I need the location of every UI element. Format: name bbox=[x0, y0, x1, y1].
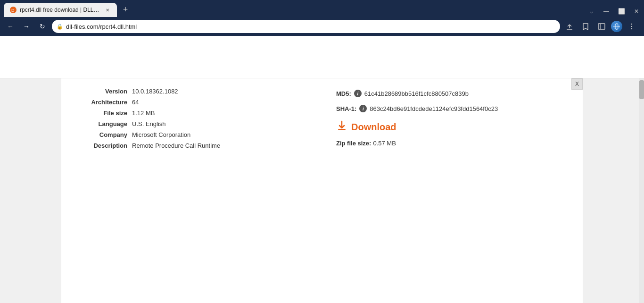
back-button[interactable]: ← bbox=[4, 20, 17, 33]
address-text: dll-files.com/rpcrt4.dll.html bbox=[66, 23, 555, 30]
reload-button[interactable]: ↻ bbox=[36, 20, 49, 33]
browser-content-area: X Version 10.0.18362.1082 Architecture 6… bbox=[0, 36, 644, 303]
svg-text:D: D bbox=[11, 8, 15, 13]
active-tab[interactable]: D rpcrt4.dll free download | DLL-fi... ✕ bbox=[4, 3, 117, 17]
zip-value: 0.57 MB bbox=[373, 140, 396, 147]
version-label: Version bbox=[75, 88, 132, 95]
svg-point-8 bbox=[631, 26, 632, 27]
right-sidebar bbox=[583, 78, 644, 303]
language-label: Language bbox=[75, 120, 132, 127]
share-button[interactable] bbox=[563, 20, 576, 33]
description-label: Description bbox=[75, 142, 132, 149]
main-content: X Version 10.0.18362.1082 Architecture 6… bbox=[0, 78, 644, 303]
company-label: Company bbox=[75, 131, 132, 138]
sha1-row: SHA-1: i 863c24bd6e91fdcdede1124efc93fdd… bbox=[336, 105, 569, 112]
sha1-info-icon[interactable]: i bbox=[359, 105, 367, 112]
tab-close-button[interactable]: ✕ bbox=[104, 6, 111, 14]
md5-label: MD5: bbox=[336, 90, 351, 97]
architecture-row: Architecture 64 bbox=[75, 99, 308, 106]
zip-label: Zip file size: bbox=[336, 140, 371, 147]
filesize-label: File size bbox=[75, 109, 132, 117]
forward-button[interactable]: → bbox=[20, 20, 33, 33]
ad-banner bbox=[0, 36, 644, 78]
left-sidebar bbox=[0, 78, 61, 303]
md5-row: MD5: i 61c41b28689bb516f1cfc880507c839b bbox=[336, 90, 569, 97]
svg-point-9 bbox=[631, 28, 632, 29]
close-x-button[interactable]: X bbox=[571, 78, 583, 90]
sha1-value: 863c24bd6e91fdcdede1124efc93fdd1564f0c23 bbox=[370, 105, 498, 112]
filesize-value: 1.12 MB bbox=[132, 109, 155, 117]
md5-value: 61c41b28689bb516f1cfc880507c839b bbox=[364, 90, 469, 97]
tab-title: rpcrt4.dll free download | DLL-fi... bbox=[20, 7, 101, 13]
architecture-label: Architecture bbox=[75, 99, 132, 106]
maximize-button[interactable]: ⬜ bbox=[618, 8, 625, 15]
architecture-value: 64 bbox=[132, 99, 139, 106]
version-value: 10.0.18362.1082 bbox=[132, 88, 178, 95]
description-value: Remote Procedure Call Runtime bbox=[132, 142, 220, 149]
profile-icon[interactable] bbox=[611, 21, 622, 32]
browser-window: D rpcrt4.dll free download | DLL-fi... ✕… bbox=[0, 0, 644, 303]
download-icon bbox=[336, 120, 347, 134]
sidebar-button[interactable] bbox=[595, 20, 608, 33]
page-content: X Version 10.0.18362.1082 Architecture 6… bbox=[0, 36, 644, 303]
menu-button[interactable] bbox=[625, 20, 638, 33]
right-panel: MD5: i 61c41b28689bb516f1cfc880507c839b … bbox=[336, 88, 569, 294]
tab-bar: D rpcrt4.dll free download | DLL-fi... ✕… bbox=[0, 0, 644, 17]
close-button[interactable]: ✕ bbox=[633, 8, 640, 15]
description-row: Description Remote Procedure Call Runtim… bbox=[75, 142, 308, 149]
toolbar-right bbox=[563, 20, 640, 33]
sha1-label: SHA-1: bbox=[336, 105, 356, 112]
company-row: Company Microsoft Corporation bbox=[75, 131, 308, 138]
language-value: U.S. English bbox=[132, 120, 166, 127]
address-input-wrap[interactable]: 🔒 dll-files.com/rpcrt4.dll.html bbox=[52, 20, 560, 33]
minimize-button[interactable]: — bbox=[603, 8, 610, 15]
file-info-table: Version 10.0.18362.1082 Architecture 64 … bbox=[75, 88, 308, 294]
download-button[interactable]: Download bbox=[336, 120, 569, 134]
language-row: Language U.S. English bbox=[75, 120, 308, 127]
svg-rect-10 bbox=[338, 129, 346, 130]
company-value: Microsoft Corporation bbox=[132, 131, 190, 138]
content-panel: X Version 10.0.18362.1082 Architecture 6… bbox=[61, 78, 583, 303]
download-label: Download bbox=[351, 122, 396, 133]
tab-favicon: D bbox=[9, 6, 17, 14]
md5-info-icon[interactable]: i bbox=[354, 90, 362, 97]
address-bar: ← → ↻ 🔒 dll-files.com/rpcrt4.dll.html bbox=[0, 17, 644, 36]
version-row: Version 10.0.18362.1082 bbox=[75, 88, 308, 95]
bookmark-button[interactable] bbox=[579, 20, 592, 33]
svg-rect-2 bbox=[598, 24, 605, 29]
window-controls: ⌵ — ⬜ ✕ bbox=[587, 8, 644, 17]
new-tab-button[interactable]: + bbox=[119, 3, 132, 16]
lock-icon: 🔒 bbox=[57, 24, 63, 30]
svg-point-7 bbox=[631, 24, 632, 25]
zip-row: Zip file size: 0.57 MB bbox=[336, 140, 569, 147]
tab-list-button[interactable]: ⌵ bbox=[587, 8, 595, 15]
filesize-row: File size 1.12 MB bbox=[75, 109, 308, 117]
